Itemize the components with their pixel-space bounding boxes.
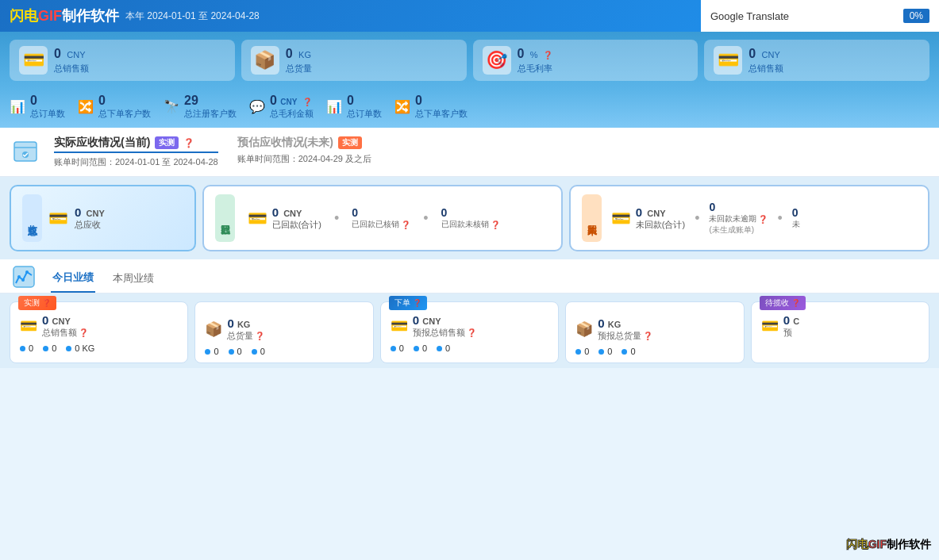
mini-stat-orders2: 0 总订单数 bbox=[347, 94, 382, 120]
orders-val: 0 bbox=[30, 94, 37, 108]
translate-pct: 0% bbox=[903, 9, 929, 23]
unreturned-extra2: 0 未 bbox=[792, 206, 800, 230]
blue-dot bbox=[414, 346, 419, 351]
metric-info-2: 0 KG 总货量 ❓ bbox=[227, 316, 264, 342]
perf-icon bbox=[13, 266, 35, 293]
google-translate-bar: Google Translate 0% bbox=[701, 0, 939, 32]
returned-inner: 0 CNY 已回款(合计) bbox=[272, 205, 321, 231]
customers-label: 总下单客户数 bbox=[98, 108, 151, 120]
cards-row: 总应收 💳 0 CNY 总应收 已回款 💳 0 CNY 已回款(合计) • 0 bbox=[0, 177, 939, 259]
dot-list-2: 0 0 0 bbox=[205, 347, 363, 356]
top-bar: 闪电GIF制作软件 本年 2024-01-01 至 2024-04-28 202… bbox=[0, 0, 939, 32]
unreturned-card: 未回款 💳 0 CNY 未回款(合计) • 0 未回款未逾期 ❓ (未生成账单)… bbox=[569, 185, 929, 251]
mini-stat-customers2: 0 总下单客户数 bbox=[415, 94, 468, 120]
top-bar-left: 闪电GIF制作软件 本年 2024-01-01 至 2024-04-28 bbox=[10, 6, 260, 25]
stat-card-margin: 🎯 0 % ❓ 总毛利率 bbox=[473, 40, 698, 81]
returned-icon: 💳 bbox=[248, 209, 267, 228]
sep3: • bbox=[695, 210, 699, 227]
metric-icon-4: 📦 bbox=[575, 320, 593, 338]
dot-item-1a: 0 bbox=[20, 343, 33, 353]
perf-section: 今日业绩 本周业绩 bbox=[0, 259, 939, 293]
customers-val: 0 bbox=[98, 94, 106, 108]
dot-item-2a: 0 bbox=[205, 347, 218, 356]
dot-list-3: 0 0 0 bbox=[391, 343, 548, 353]
orders2-icon: 📊 bbox=[326, 99, 342, 114]
returned-sublabel: 已回款(合计) bbox=[272, 219, 321, 231]
metric-card-2: 📦 0 KG 总货量 ❓ 0 0 0 bbox=[194, 301, 373, 363]
unreturned-notoverdue: 0 未回款未逾期 ❓ (未生成账单) bbox=[709, 201, 768, 236]
metric-badge-5: 待揽收 ❓ bbox=[760, 296, 806, 310]
blue-dot bbox=[43, 346, 48, 351]
returned-label: 已回款 bbox=[215, 194, 235, 242]
blue-dot bbox=[205, 349, 210, 355]
receivables-section: 实际应收情况(当前) 实测 ❓ 账单时间范围：2024-01-01 至 2024… bbox=[0, 128, 939, 177]
dot-item-4a: 0 bbox=[575, 347, 589, 356]
metric-card-3: 下单 ❓ 💳 0 CNY 预报总销售额 ❓ 0 0 0 bbox=[380, 301, 559, 363]
stat-card-sales2: 💳 0 CNY 总销售额 bbox=[704, 40, 929, 81]
recv-tab-future-title: 预估应收情况(未来) 实测 bbox=[237, 136, 371, 150]
top-stats-grid: 💳 0 CNY 总销售额 📦 0 KG 总货量 🎯 bbox=[10, 40, 929, 81]
mini-row5: 📊 0 总订单数 bbox=[326, 94, 382, 120]
metric-val-4: 0 KG bbox=[598, 316, 652, 330]
metric-info-3: 0 CNY 预报总销售额 ❓ bbox=[413, 313, 476, 339]
recv-tab-future[interactable]: 预估应收情况(未来) 实测 账单时间范围：2024-04-29 及之后 bbox=[237, 136, 371, 168]
blue-dot bbox=[575, 349, 581, 355]
metric-card-5: 待揽收 ❓ 💳 0 C 预 bbox=[751, 301, 929, 363]
returned-verified: 0 已回款已核销 ❓ bbox=[352, 206, 410, 230]
metric-label-4: 预报总货量 ❓ bbox=[598, 330, 652, 342]
returned-verified-label: 已回款已核销 ❓ bbox=[352, 219, 410, 230]
profit-val: 0 CNY ❓ bbox=[270, 94, 312, 108]
customers2-val: 0 bbox=[415, 94, 422, 108]
metric-card-1: 实测 ❓ 💳 0 CNY 总销售额 ❓ 0 0 0 KG bbox=[10, 301, 188, 363]
metric-label-3: 预报总销售额 ❓ bbox=[413, 327, 476, 339]
orders-label: 总订单数 bbox=[30, 108, 65, 120]
margin-label: 总毛利率 bbox=[518, 63, 553, 75]
mini-stat-profit: 0 CNY ❓ 总毛利金额 bbox=[270, 94, 314, 120]
watermark: 闪电GIF制作软件 bbox=[846, 538, 931, 552]
stats-row2: 📊 0 总订单数 🔀 0 总下单客户数 🔭 29 总注册客户数 💬 0 CNY … bbox=[0, 89, 939, 128]
perf-tab-today[interactable]: 今日业绩 bbox=[51, 266, 95, 293]
returned-card: 已回款 💳 0 CNY 已回款(合计) • 0 已回款已核销 ❓ • 0 已回款… bbox=[202, 185, 563, 251]
weight-value: 0 KG bbox=[286, 47, 312, 61]
stat-info-sales: 0 CNY 总销售额 bbox=[54, 47, 89, 75]
metric-main-3: 💳 0 CNY 预报总销售额 ❓ bbox=[391, 313, 548, 339]
dot-item-3c: 0 bbox=[437, 343, 450, 353]
metric-val-1: 0 CNY bbox=[42, 313, 88, 327]
reg-val: 29 bbox=[184, 94, 198, 108]
google-translate-label: Google Translate bbox=[710, 10, 903, 22]
title-gif: GIF bbox=[38, 8, 62, 24]
recv-tab-current[interactable]: 实际应收情况(当前) 实测 ❓ 账单时间范围：2024-01-01 至 2024… bbox=[54, 136, 218, 168]
profit-label: 总毛利金额 bbox=[270, 108, 314, 120]
stat-info-sales2: 0 CNY 总销售额 bbox=[749, 47, 783, 75]
perf-tab-week[interactable]: 本周业绩 bbox=[111, 267, 156, 292]
metric-main-4: 📦 0 KG 预报总货量 ❓ bbox=[575, 316, 733, 342]
unreturned-extra2-label: 未 bbox=[792, 219, 800, 230]
metric-icon-3: 💳 bbox=[391, 317, 408, 335]
unreturned-value: 0 CNY bbox=[636, 205, 685, 219]
sales-icon: 💳 bbox=[19, 46, 48, 75]
metric-val-3: 0 CNY bbox=[413, 313, 476, 327]
svg-point-5 bbox=[21, 278, 25, 282]
recv-tab-current-title: 实际应收情况(当前) 实测 ❓ bbox=[54, 136, 218, 153]
stat-info-margin: 0 % ❓ 总毛利率 bbox=[518, 47, 553, 75]
metric-label-5: 预 bbox=[783, 327, 799, 339]
metrics-row: 实测 ❓ 💳 0 CNY 总销售额 ❓ 0 0 0 KG 📦 bbox=[0, 293, 939, 368]
question-icon-m4: ❓ bbox=[643, 332, 652, 340]
sales-label: 总销售额 bbox=[54, 63, 89, 75]
mini-row4: 💬 0 CNY ❓ 总毛利金额 bbox=[249, 94, 314, 120]
metric-icon-1: 💳 bbox=[20, 317, 37, 335]
recv-tab-current-date: 账单时间范围：2024-01-01 至 2024-04-28 bbox=[54, 156, 218, 168]
dot-item-2b: 0 bbox=[229, 347, 242, 356]
margin-value: 0 % ❓ bbox=[518, 47, 553, 61]
stat-card-weight: 📦 0 KG 总货量 bbox=[241, 40, 467, 81]
stat-info-weight: 0 KG 总货量 bbox=[286, 47, 312, 75]
mini-stat-orders: 0 总订单数 bbox=[30, 94, 65, 120]
total-recv-label: 总应收 bbox=[22, 194, 42, 242]
shice-badge2: 实测 bbox=[338, 136, 362, 149]
total-recv-inner: 0 CNY 总应收 bbox=[75, 205, 105, 231]
mini-row1: 📊 0 总订单数 bbox=[10, 94, 65, 120]
unreturned-icon: 💳 bbox=[611, 209, 631, 228]
mini-stat-customers: 0 总下单客户数 bbox=[98, 94, 151, 120]
question-icon-recv1: ❓ bbox=[183, 138, 194, 148]
metric-main-2: 📦 0 KG 总货量 ❓ bbox=[205, 316, 363, 342]
